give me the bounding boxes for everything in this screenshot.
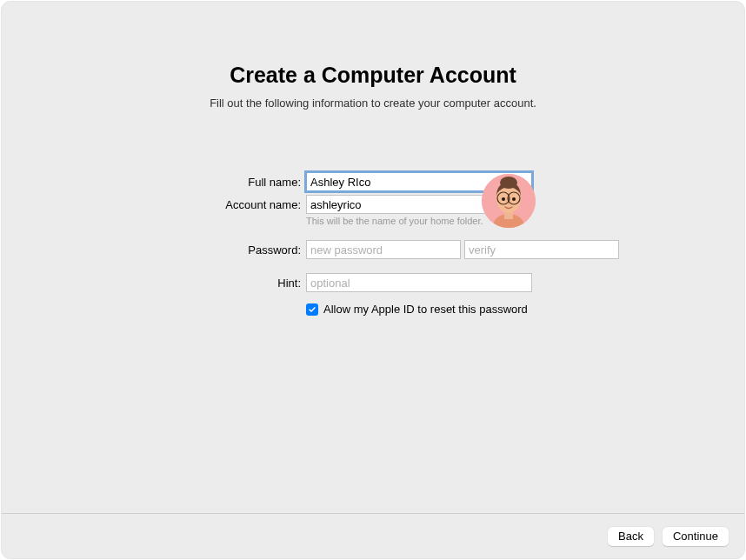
verify-password-input[interactable] [464, 240, 619, 259]
memoji-icon [482, 174, 536, 228]
checkmark-icon [308, 305, 316, 314]
svg-point-9 [512, 197, 516, 201]
password-row [306, 240, 532, 259]
hint-label: Hint: [214, 277, 301, 290]
full-name-label: Full name: [214, 176, 301, 189]
spacer [214, 263, 532, 270]
footer: Back Continue [2, 513, 744, 558]
allow-reset-row: Allow my Apple ID to reset this password [306, 303, 532, 316]
continue-button[interactable]: Continue [663, 527, 729, 546]
account-name-label: Account name: [214, 198, 301, 211]
svg-point-8 [502, 197, 505, 201]
allow-reset-checkbox[interactable] [306, 303, 318, 316]
content-area: Create a Computer Account Fill out the f… [2, 2, 744, 316]
hint-input[interactable] [306, 273, 532, 292]
svg-point-4 [500, 177, 517, 189]
back-button[interactable]: Back [608, 527, 654, 546]
avatar[interactable] [482, 174, 536, 228]
page-subtitle: Fill out the following information to cr… [2, 97, 744, 110]
page-title: Create a Computer Account [2, 63, 744, 88]
new-password-input[interactable] [306, 240, 461, 259]
password-label: Password: [214, 243, 301, 257]
allow-reset-label: Allow my Apple ID to reset this password [323, 303, 528, 316]
setup-window: Create a Computer Account Fill out the f… [2, 2, 744, 558]
form-wrapper: Full name: Account name: This will be th… [2, 172, 744, 316]
svg-point-10 [508, 203, 510, 204]
